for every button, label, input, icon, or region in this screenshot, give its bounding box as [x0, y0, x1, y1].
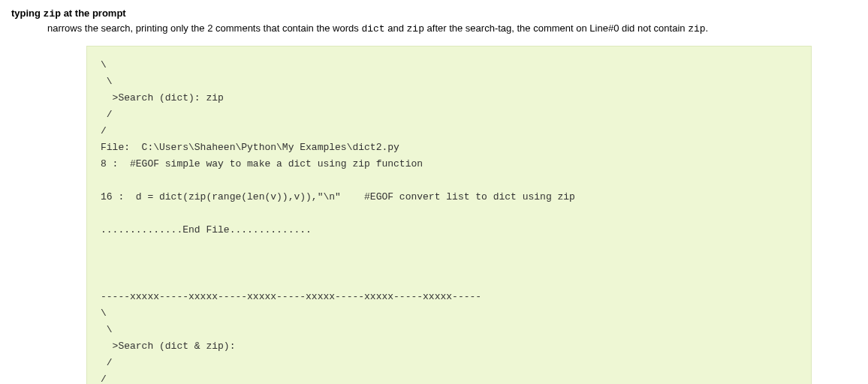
desc-code2: zip: [407, 23, 424, 34]
section-description: narrows the search, printing only the 2 …: [47, 21, 857, 37]
desc-code1: dict: [361, 23, 384, 34]
heading-suffix: at the prompt: [61, 8, 126, 19]
heading-code: zip: [44, 8, 61, 20]
desc-part1: narrows the search, printing only the 2 …: [47, 22, 361, 34]
terminal-output: \ \ >Search (dict): zip / / File: C:\Use…: [86, 46, 812, 385]
desc-part2: and: [385, 22, 407, 34]
section-heading: typing zip at the prompt: [11, 8, 857, 20]
desc-part3: after the search-tag, the comment on Lin…: [424, 22, 688, 34]
heading-prefix: typing: [11, 8, 44, 19]
desc-part4: .: [706, 22, 709, 34]
desc-code3: zip: [688, 23, 705, 34]
